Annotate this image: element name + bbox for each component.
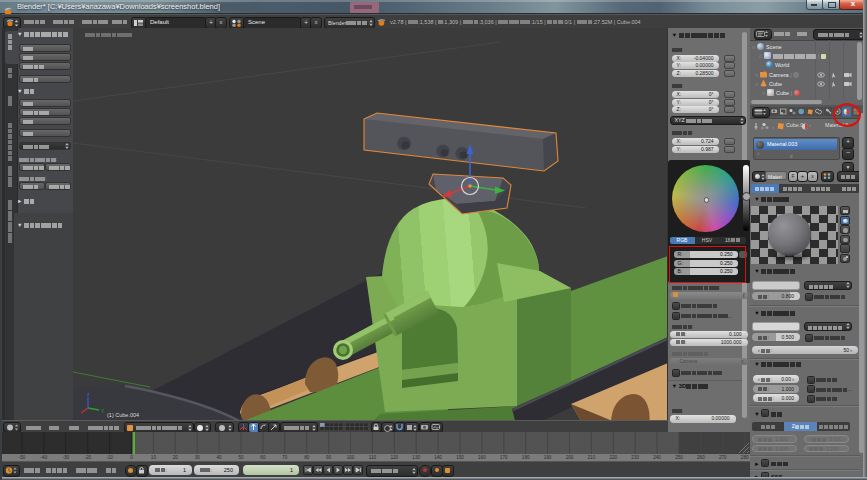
svg-text:(1) Cube.004: (1) Cube.004: [107, 412, 139, 418]
svg-text:›: ›: [772, 124, 774, 130]
